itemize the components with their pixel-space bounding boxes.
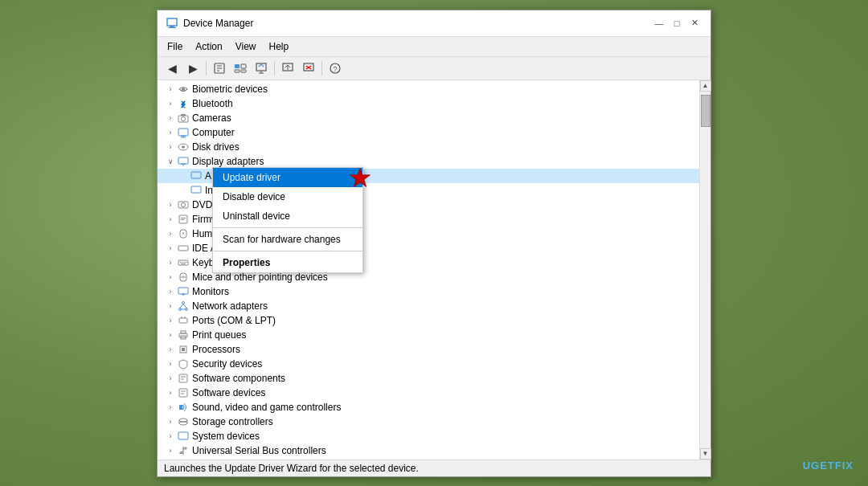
ctx-scan-changes[interactable]: Scan for hardware changes <box>213 230 362 249</box>
tree-item-computer[interactable]: › Computer <box>158 125 699 140</box>
menu-action[interactable]: Action <box>189 39 228 55</box>
svg-point-81 <box>179 422 187 425</box>
toolbar-separator-3 <box>321 61 322 76</box>
chevron-keyboards: › <box>164 256 177 269</box>
scroll-thumb[interactable] <box>701 95 710 127</box>
scroll-up-button[interactable]: ▲ <box>700 80 711 92</box>
tree-item-storage[interactable]: › Storage controllers <box>158 415 699 429</box>
menu-view[interactable]: View <box>229 39 263 55</box>
svg-rect-46 <box>180 262 182 263</box>
svg-rect-40 <box>181 219 184 220</box>
show-hidden-button[interactable] <box>231 59 250 77</box>
icon-dvd <box>177 198 190 211</box>
tree-item-disk[interactable]: › Disk drives <box>158 140 699 154</box>
forward-button[interactable]: ▶ <box>183 59 203 77</box>
chevron-ports: › <box>164 314 177 327</box>
icon-print <box>177 329 190 341</box>
tree-item-usb[interactable]: › Universal Serial Bus controllers <box>158 443 699 458</box>
context-menu: Update driver Disable device Uninstall d… <box>212 167 363 273</box>
label-software-devices: Software devices <box>192 387 265 398</box>
label-display: Display adapters <box>192 156 264 167</box>
toolbar-separator-1 <box>206 61 207 76</box>
svg-rect-54 <box>178 288 188 294</box>
toolbar: ◀ ▶ <box>158 57 710 80</box>
icon-display <box>177 155 190 168</box>
label-computer: Computer <box>192 127 235 138</box>
label-network: Network adapters <box>192 300 268 312</box>
svg-point-78 <box>179 419 187 422</box>
icon-disk <box>177 141 190 153</box>
chevron-hid: › <box>164 227 177 240</box>
tree-item-network[interactable]: › Network adapters <box>158 299 699 313</box>
chevron-usb: › <box>164 444 177 457</box>
back-button[interactable]: ◀ <box>162 59 182 77</box>
tree-item-processors[interactable]: › Processors <box>158 342 699 357</box>
chevron-processors: › <box>164 343 177 356</box>
icon-amd <box>190 169 203 182</box>
icon-usb <box>177 444 190 457</box>
scroll-down-button[interactable]: ▼ <box>700 448 711 459</box>
svg-rect-24 <box>181 114 186 116</box>
svg-rect-35 <box>191 186 201 193</box>
title-bar-left: Device Manager <box>166 17 253 30</box>
icon-storage <box>177 415 190 428</box>
ctx-update-driver[interactable]: Update driver <box>213 168 362 187</box>
ctx-properties[interactable]: Properties <box>213 253 362 272</box>
minimize-button[interactable]: — <box>651 17 667 30</box>
chevron-software-devices: › <box>164 386 177 399</box>
tree-item-system[interactable]: › System devices <box>158 429 699 443</box>
scan-button[interactable] <box>278 59 297 77</box>
label-software-components: Software components <box>192 373 285 384</box>
svg-rect-67 <box>181 331 186 333</box>
tree-item-software-devices[interactable]: › Software devices <box>158 386 699 400</box>
svg-point-37 <box>182 202 186 206</box>
chevron-biometric: › <box>164 83 177 96</box>
device-manager-window: Device Manager — □ ✕ File Action View He… <box>157 10 711 477</box>
scrollbar[interactable]: ▲ ▼ <box>699 80 710 459</box>
tree-item-cameras[interactable]: › Cameras <box>158 111 699 125</box>
chevron-cameras: › <box>164 112 177 125</box>
chevron-bluetooth: › <box>164 97 177 110</box>
close-button[interactable]: ✕ <box>686 17 702 30</box>
update-driver-button[interactable] <box>252 59 271 77</box>
label-security: Security devices <box>192 358 262 370</box>
tree-item-software-components[interactable]: › Software components <box>158 371 699 386</box>
tree-item-security[interactable]: › Security devices <box>158 357 699 371</box>
chevron-software-components: › <box>164 372 177 385</box>
properties-button[interactable] <box>210 59 229 77</box>
ctx-uninstall-device[interactable]: Uninstall device <box>213 206 362 226</box>
maximize-button[interactable]: □ <box>669 17 685 30</box>
tree-item-ports[interactable]: › Ports (COM & LPT) <box>158 313 699 328</box>
help-button[interactable]: ? <box>326 59 345 77</box>
scroll-track[interactable] <box>700 92 710 448</box>
label-bluetooth: Bluetooth <box>192 98 233 109</box>
ctx-separator-2 <box>213 251 362 251</box>
label-mice: Mice and other pointing devices <box>192 272 328 283</box>
content-area: › Biometric devices › Bluetooth › Camera… <box>158 80 710 459</box>
icon-processors <box>177 343 190 356</box>
menu-bar: File Action View Help <box>158 37 710 57</box>
uninstall-button[interactable] <box>299 59 318 77</box>
tree-item-bluetooth[interactable]: › Bluetooth <box>158 96 699 111</box>
svg-rect-25 <box>178 129 188 136</box>
icon-software-devices <box>177 386 190 399</box>
tree-item-sound[interactable]: › Sound, video and game controllers <box>158 400 699 415</box>
icon-sound <box>177 401 190 414</box>
icon-network <box>177 300 190 312</box>
tree-item-biometric[interactable]: › Biometric devices <box>158 82 699 96</box>
chevron-monitors: › <box>164 285 177 298</box>
title-bar-controls: — □ ✕ <box>651 17 702 30</box>
icon-bluetooth <box>177 97 190 110</box>
label-monitors: Monitors <box>192 286 229 297</box>
menu-help[interactable]: Help <box>263 39 296 55</box>
tree-item-print[interactable]: › Print queues <box>158 328 699 342</box>
ctx-disable-device[interactable]: Disable device <box>213 187 362 206</box>
svg-rect-49 <box>186 262 188 263</box>
icon-security <box>177 357 190 370</box>
tree-item-monitors[interactable]: › Monitors <box>158 284 699 299</box>
svg-point-30 <box>182 145 185 148</box>
svg-point-21 <box>182 88 185 91</box>
icon-ports <box>177 314 190 327</box>
watermark-highlight: ET <box>820 459 835 472</box>
menu-file[interactable]: File <box>161 39 189 55</box>
